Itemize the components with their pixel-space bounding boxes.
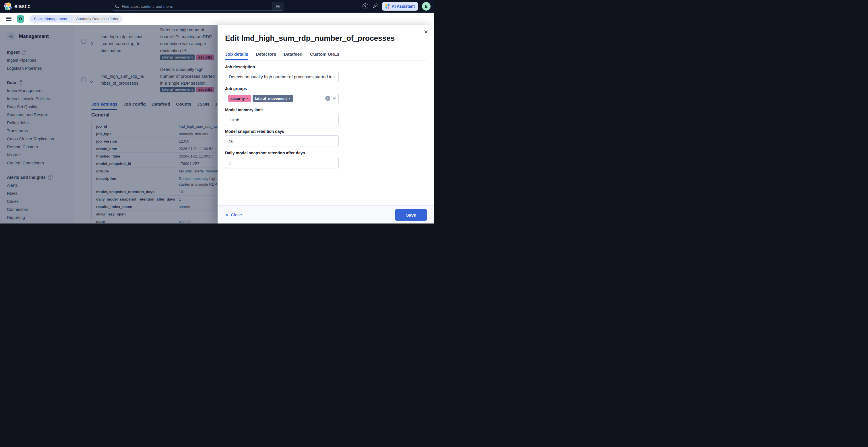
ai-assistant-label: AI Assistant [392,4,415,9]
search-icon [115,4,119,9]
tab-job-details[interactable]: Job details [225,52,248,60]
close-button[interactable]: ✕ Close [225,206,242,224]
tab-detectors[interactable]: Detectors [256,52,276,60]
global-header: elastic Find apps, content, and more. ⌘/… [0,0,434,12]
elastic-logo-icon [4,2,12,10]
flyout-tabs: Job details Detectors Datafeed Custom UR… [225,52,339,60]
edit-job-flyout: ✕ Edit lmd_high_sum_rdp_number_of_proces… [218,25,434,224]
breadcrumb-stack-management[interactable]: Stack Management [30,15,73,23]
save-button[interactable]: Save [395,209,427,221]
clear-all-icon[interactable]: × [325,96,330,101]
elastic-logo[interactable]: elastic [4,0,30,12]
remove-tag-icon[interactable]: × [247,96,249,101]
tab-custom-urls[interactable]: Custom URLs [310,52,339,60]
model-memory-limit-label: Model memory limit [225,107,262,112]
whats-new-icon[interactable] [372,3,378,10]
user-avatar[interactable]: E [422,2,431,11]
model-memory-limit-field[interactable] [225,114,339,125]
job-groups-combobox[interactable]: security × lateral_movement × × [225,93,339,104]
tabs-divider [225,61,427,61]
job-description-label: Job description [225,65,255,69]
brand-name: elastic [14,3,30,9]
help-icon[interactable]: ? [363,3,368,9]
breadcrumb-bar: D Stack Management Anomaly Detection Job… [0,12,434,25]
group-pill-lateral-movement: lateral_movement × [253,95,293,102]
daily-model-snapshot-retention-field[interactable] [225,157,339,168]
ai-assistant-button[interactable]: AI Assistant [382,2,418,11]
chevron-down-icon[interactable] [333,96,336,99]
job-description-field[interactable] [225,71,339,82]
flyout-title: Edit lmd_high_sum_rdp_number_of_processe… [225,34,395,43]
group-pill-security: security × [228,95,251,102]
ai-assistant-icon [385,4,390,9]
space-badge[interactable]: D [17,15,24,23]
job-groups-label: Job groups [225,86,247,91]
tab-datafeed[interactable]: Datafeed [284,52,302,60]
daily-model-snapshot-retention-label: Daily model snapshot retention after day… [225,151,305,155]
model-snapshot-retention-days-label: Model snapshot retention days [225,129,284,134]
close-icon: ✕ [225,212,229,218]
flyout-footer: ✕ Close Save [218,205,434,224]
breadcrumb: Stack Management Anomaly Detection Jobs [30,15,122,23]
global-search-input[interactable]: Find apps, content, and more. ⌘/ [112,2,284,11]
keyboard-shortcut-hint: ⌘/ [272,2,284,10]
menu-icon[interactable] [6,17,11,21]
close-icon[interactable]: ✕ [424,29,428,35]
model-snapshot-retention-days-field[interactable] [225,135,339,147]
remove-tag-icon[interactable]: × [288,96,291,101]
search-placeholder: Find apps, content, and more. [122,4,272,9]
app-screen: elastic Find apps, content, and more. ⌘/… [0,0,434,224]
header-actions: ? AI Assistant E [363,0,431,12]
breadcrumb-anomaly-detection-jobs: Anomaly Detection Jobs [69,15,122,23]
